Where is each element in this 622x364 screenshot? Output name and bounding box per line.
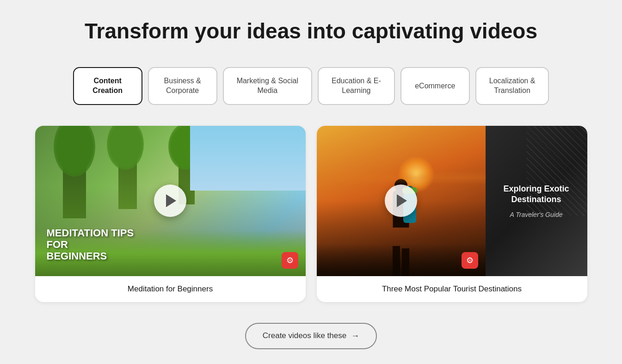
meditation-overlay-text: MEDITATION TIPSFORBEGINNERS: [47, 227, 134, 262]
arrow-icon: →: [351, 331, 359, 341]
tab-ecommerce[interactable]: eCommerce: [400, 67, 470, 105]
video-thumbnail-meditation: MEDITATION TIPSFORBEGINNERS ⚙: [35, 126, 306, 276]
videos-grid: MEDITATION TIPSFORBEGINNERS ⚙ Meditation…: [9, 126, 613, 302]
video-card-tourist[interactable]: ⚙ Exploring ExoticDestinations A Travele…: [317, 126, 587, 302]
play-icon-meditation: [166, 194, 176, 207]
play-button-tourist[interactable]: [385, 185, 417, 217]
play-icon-tourist: [397, 194, 407, 207]
cta-label: Create videos like these: [263, 331, 346, 340]
tab-marketing-social[interactable]: Marketing & SocialMedia: [223, 67, 312, 105]
tabs-bar: ContentCreation Business &Corporate Mark…: [9, 67, 613, 105]
cta-button[interactable]: Create videos like these →: [245, 323, 377, 349]
tab-content-creation[interactable]: ContentCreation: [73, 67, 142, 105]
tab-education-elearning[interactable]: Education & E-Learning: [318, 67, 395, 105]
page-container: Transform your ideas into captivating vi…: [9, 19, 613, 349]
tab-business-corporate[interactable]: Business &Corporate: [148, 67, 217, 105]
settings-badge-meditation[interactable]: ⚙: [282, 252, 298, 269]
video-thumbnail-tourist: ⚙ Exploring ExoticDestinations A Travele…: [317, 126, 587, 276]
play-button-meditation[interactable]: [154, 185, 186, 217]
dark-slide-subtitle: A Traveler's Guide: [510, 211, 563, 218]
settings-badge-tourist[interactable]: ⚙: [462, 252, 478, 269]
dark-slide-title: Exploring ExoticDestinations: [503, 184, 569, 205]
dark-slide: Exploring ExoticDestinations A Traveler'…: [486, 126, 587, 276]
page-title: Transform your ideas into captivating vi…: [85, 19, 537, 44]
video-card-meditation[interactable]: MEDITATION TIPSFORBEGINNERS ⚙ Meditation…: [35, 126, 306, 302]
video-label-tourist: Three Most Popular Tourist Destinations: [317, 276, 587, 302]
video-label-meditation: Meditation for Beginners: [35, 276, 306, 302]
tab-localization-translation[interactable]: Localization &Translation: [475, 67, 549, 105]
